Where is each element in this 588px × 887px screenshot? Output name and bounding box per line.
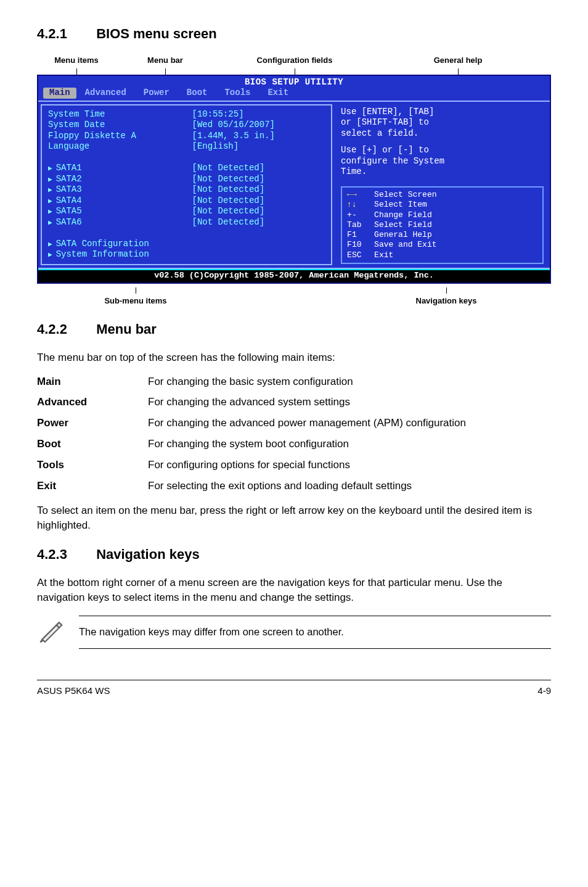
nav-key: F1: [347, 230, 374, 240]
section-heading-4-2-3: 4.2.3 Navigation keys: [37, 545, 551, 564]
bios-value-sata5: [Not Detected]: [192, 206, 325, 217]
bios-value-sata4: [Not Detected]: [192, 196, 325, 207]
figure-bottom-labels: Sub-menu items Navigation keys: [37, 287, 551, 307]
bios-figure: Menu items Menu bar Configuration fields…: [37, 55, 551, 307]
def-term: Exit: [37, 476, 148, 497]
bios-submenu-sata-config[interactable]: SATA Configuration: [48, 239, 192, 250]
bios-item-system-date[interactable]: System Date: [48, 120, 192, 131]
bios-help-line: select a field.: [341, 128, 544, 139]
bios-help-line: Use [+] or [-] to: [341, 145, 544, 156]
label-navigation-keys: Navigation keys: [416, 296, 477, 305]
footer-left: ASUS P5K64 WS: [37, 684, 110, 697]
def-term: Boot: [37, 434, 148, 455]
note-block: The navigation keys may differ from one …: [37, 616, 551, 648]
bios-footer: v02.58 (C)Copyright 1985-2007, American …: [38, 269, 550, 283]
bios-submenu-sata4[interactable]: SATA4: [48, 196, 192, 207]
nav-desc: Select Item: [374, 200, 427, 210]
nav-desc: General Help: [374, 230, 432, 240]
def-term: Main: [37, 371, 148, 392]
def-desc: For changing the basic system configurat…: [148, 371, 466, 392]
bios-menubar: Main Advanced Power Boot Tools Exit: [38, 88, 550, 101]
def-desc: For changing the advanced power manageme…: [148, 413, 466, 434]
bios-help-line: configure the System: [341, 156, 544, 167]
bios-screen: BIOS SETUP UTILITY Main Advanced Power B…: [37, 75, 551, 284]
def-desc: For selecting the exit options and loadi…: [148, 476, 466, 497]
nav-key: ESC: [347, 250, 374, 260]
section-number: 4.2.3: [37, 545, 92, 564]
menubar-outro: To select an item on the menu bar, press…: [37, 503, 551, 533]
bios-help-line: or [SHIFT-TAB] to: [341, 117, 544, 128]
menubar-intro: The menu bar on top of the screen has th…: [37, 350, 551, 365]
bios-title: BIOS SETUP UTILITY: [38, 76, 550, 88]
label-menu-items: Menu items: [54, 56, 99, 65]
bios-submenu-system-info[interactable]: System Information: [48, 249, 192, 260]
bios-value-floppy: [1.44M, 3.5 in.]: [192, 131, 325, 142]
def-desc: For changing the advanced system setting…: [148, 392, 466, 413]
bios-nav-keys-box: ←→Select Screen ↑↓Select Item +-Change F…: [341, 186, 544, 264]
note-divider: [79, 648, 551, 649]
nav-desc: Change Field: [374, 210, 432, 220]
bios-submenu-sata1[interactable]: SATA1: [48, 163, 192, 174]
bios-submenu-sata5[interactable]: SATA5: [48, 206, 192, 217]
section-title: BIOS menu screen: [96, 26, 217, 41]
bios-tab-main[interactable]: Main: [43, 88, 76, 99]
nav-key: +-: [347, 210, 374, 220]
bios-tab-boot[interactable]: Boot: [178, 88, 216, 99]
nav-key: ↑↓: [347, 200, 374, 210]
def-desc: For configuring options for special func…: [148, 455, 466, 476]
def-desc: For changing the system boot configurati…: [148, 434, 466, 455]
bios-value-time: [10:55:25]: [192, 109, 325, 120]
section-title: Menu bar: [96, 321, 157, 337]
nav-desc: Exit: [374, 250, 393, 260]
bios-submenu-sata6[interactable]: SATA6: [48, 217, 192, 228]
bios-tab-power[interactable]: Power: [135, 88, 178, 99]
section-title: Navigation keys: [96, 547, 200, 562]
nav-key: ←→: [347, 190, 374, 200]
bios-value-sata2: [Not Detected]: [192, 174, 325, 185]
label-general-help: General help: [434, 56, 483, 65]
nav-desc: Select Screen: [374, 190, 436, 200]
def-term: Advanced: [37, 392, 148, 413]
label-menu-bar: Menu bar: [147, 56, 183, 65]
section-number: 4.2.1: [37, 25, 92, 44]
section-heading-4-2-1: 4.2.1 BIOS menu screen: [37, 25, 551, 44]
bios-left-pane: System Time System Date Floppy Diskette …: [41, 104, 332, 265]
bios-submenu-sata2[interactable]: SATA2: [48, 174, 192, 185]
menubar-definitions: MainFor changing the basic system config…: [37, 371, 466, 497]
bios-help-pane: Use [ENTER], [TAB] or [SHIFT-TAB] to sel…: [335, 102, 550, 268]
footer-right: 4-9: [537, 684, 551, 697]
nav-desc: Select Field: [374, 220, 432, 230]
section-heading-4-2-2: 4.2.2 Menu bar: [37, 320, 551, 339]
bios-submenu-sata3[interactable]: SATA3: [48, 184, 192, 196]
bios-value-sata1: [Not Detected]: [192, 163, 325, 174]
bios-item-floppy[interactable]: Floppy Diskette A: [48, 131, 192, 142]
note-text: The navigation keys may differ from one …: [79, 616, 551, 648]
bios-value-sata6: [Not Detected]: [192, 217, 325, 228]
pencil-icon: [37, 616, 65, 648]
figure-top-ticks: [37, 68, 551, 75]
bios-item-system-time[interactable]: System Time: [48, 109, 192, 120]
bios-tab-advanced[interactable]: Advanced: [76, 88, 135, 99]
bios-help-line: Use [ENTER], [TAB]: [341, 107, 544, 118]
section-number: 4.2.2: [37, 320, 92, 339]
figure-top-labels: Menu items Menu bar Configuration fields…: [37, 55, 551, 66]
bios-item-language[interactable]: Language: [48, 141, 192, 152]
bios-tab-tools[interactable]: Tools: [216, 88, 259, 99]
page-footer: ASUS P5K64 WS 4-9: [37, 680, 551, 697]
label-config-fields: Configuration fields: [257, 56, 333, 65]
label-sub-menu-items: Sub-menu items: [104, 296, 166, 305]
bios-value-sata3: [Not Detected]: [192, 184, 325, 196]
bios-help-line: Time.: [341, 167, 544, 178]
bios-value-language: [English]: [192, 141, 325, 152]
navkeys-para: At the bottom right corner of a menu scr…: [37, 576, 551, 605]
nav-key: Tab: [347, 220, 374, 230]
nav-desc: Save and Exit: [374, 240, 436, 250]
bios-value-date: [Wed 05/16/2007]: [192, 120, 325, 131]
nav-key: F10: [347, 240, 374, 250]
def-term: Power: [37, 413, 148, 434]
def-term: Tools: [37, 455, 148, 476]
bios-tab-exit[interactable]: Exit: [259, 88, 297, 99]
